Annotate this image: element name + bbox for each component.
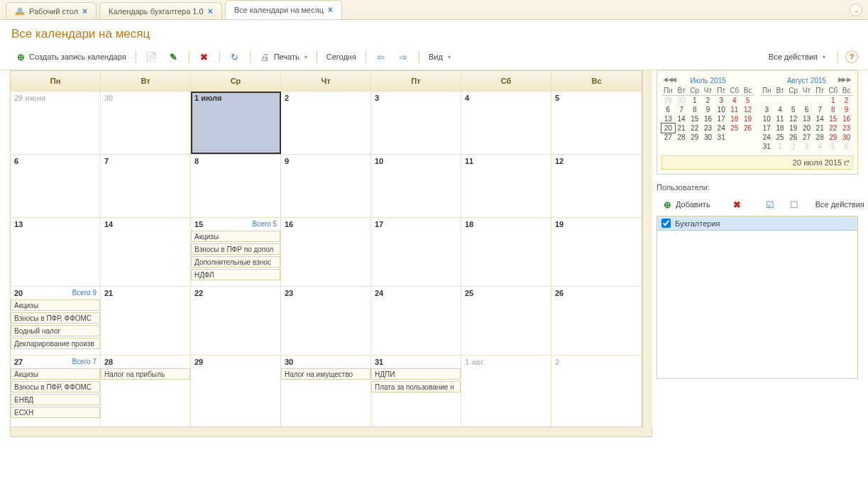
mini-day[interactable]: 7	[675, 105, 688, 114]
day-cell[interactable]: 22	[191, 287, 281, 355]
mini-day[interactable]: 29	[661, 96, 675, 106]
day-cell[interactable]: 29	[191, 356, 281, 427]
calendar-event[interactable]: Акцизы	[11, 299, 100, 311]
day-cell[interactable]: 5	[551, 92, 642, 154]
day-cell[interactable]: 3	[371, 92, 461, 154]
mini-day[interactable]: 8	[827, 105, 840, 114]
mini-day[interactable]: 17	[760, 123, 774, 133]
mini-day[interactable]: 18	[728, 114, 742, 123]
mini-day[interactable]: 11	[774, 114, 787, 123]
calendar-event[interactable]: Акцизы	[11, 368, 100, 380]
day-total[interactable]: Всего 7	[72, 358, 97, 365]
check-all-button[interactable]: ☑	[759, 196, 781, 213]
mini-day[interactable]	[774, 96, 787, 106]
mini-day[interactable]: 5	[827, 142, 840, 151]
day-cell[interactable]: 2	[551, 356, 642, 427]
mini-day[interactable]: 1	[688, 96, 701, 106]
mini-day[interactable]: 15	[688, 114, 701, 123]
day-cell[interactable]: 28Налог на прибыль	[101, 356, 191, 427]
mini-day[interactable]: 17	[715, 114, 728, 123]
mini-day[interactable]: 20	[661, 123, 675, 133]
day-cell[interactable]: 16	[281, 218, 371, 286]
calendar-event[interactable]: Налог на имущество	[281, 368, 370, 380]
day-cell[interactable]: 25	[461, 287, 551, 355]
mini-day[interactable]: 25	[774, 133, 787, 142]
mini-day[interactable]: 19	[786, 123, 800, 133]
calendar-event[interactable]: ЕСХН	[11, 407, 100, 418]
refresh-button[interactable]: ↻	[224, 48, 246, 65]
mini-calendar-july[interactable]: Июль 2015◀◀◀ПнВтСрЧтПтСбВс29301234567891…	[661, 75, 754, 151]
mini-day[interactable]: 30	[675, 96, 688, 106]
all-actions-button[interactable]: Все действия	[764, 50, 830, 64]
day-cell[interactable]: 15Всего 5АкцизыВзносы в ПФР по дополДопо…	[191, 218, 281, 286]
day-cell[interactable]: 29 июня	[11, 92, 101, 154]
mini-day[interactable]: 5	[741, 96, 754, 106]
prev-button[interactable]: ⇦	[370, 48, 392, 65]
user-row[interactable]: Бухгалтерия	[657, 216, 857, 231]
mini-day[interactable]: 23	[840, 123, 853, 133]
day-cell[interactable]: 31НДПИПлата за пользование н	[371, 356, 461, 427]
day-cell[interactable]: 4	[461, 92, 551, 154]
vertical-scrollbar[interactable]	[642, 70, 652, 427]
mini-day[interactable]: 25	[728, 123, 742, 133]
calendar-event[interactable]: Водный налог	[11, 325, 100, 336]
day-cell[interactable]: 6	[11, 155, 101, 217]
day-cell[interactable]: 2	[281, 92, 371, 154]
tab-desktop[interactable]: Рабочий стол ×	[6, 2, 97, 19]
day-cell[interactable]: 23	[281, 287, 371, 355]
day-cell[interactable]: 30Налог на имущество	[281, 356, 371, 427]
mini-day[interactable]: 14	[813, 114, 827, 123]
user-checkbox[interactable]	[661, 219, 671, 228]
day-cell[interactable]: 17	[371, 218, 461, 286]
day-cell[interactable]: 12	[551, 155, 642, 217]
calendar-event[interactable]: НДПИ	[371, 368, 461, 380]
day-cell[interactable]: 20Всего 9АкцизыВзносы в ПФР, ФФОМСВодный…	[11, 287, 101, 355]
mini-day[interactable]: 15	[827, 114, 840, 123]
calendar-event[interactable]: Взносы в ПФР, ФФОМС	[11, 381, 100, 392]
selected-date-field[interactable]: 20 июля 2015 г.	[661, 155, 853, 170]
mini-day[interactable]: 30	[840, 133, 853, 142]
mini-day[interactable]: 13	[661, 114, 675, 123]
mini-next-icon[interactable]: ▶▶	[842, 76, 852, 83]
mini-day[interactable]: 21	[675, 123, 688, 133]
day-total[interactable]: Всего 5	[252, 220, 277, 228]
day-cell[interactable]: 14	[101, 218, 191, 286]
mini-day[interactable]: 22	[827, 123, 840, 133]
calendar-event[interactable]: Акцизы	[191, 231, 280, 242]
mini-day[interactable]: 2	[786, 142, 800, 151]
mini-day[interactable]: 4	[813, 142, 827, 151]
mini-day[interactable]: 13	[800, 114, 813, 123]
mini-day[interactable]: 22	[688, 123, 701, 133]
mini-day[interactable]: 12	[741, 105, 754, 114]
mini-day[interactable]: 10	[715, 105, 728, 114]
copy-button[interactable]: 📄	[141, 48, 162, 65]
mini-day[interactable]: 23	[701, 123, 715, 133]
mini-day[interactable]: 16	[840, 114, 853, 123]
remove-user-button[interactable]: ✖	[727, 196, 748, 213]
mini-day[interactable]: 24	[715, 123, 728, 133]
mini-day[interactable]: 26	[741, 123, 754, 133]
mini-day[interactable]: 4	[774, 105, 787, 114]
calendar-event[interactable]: Декларирование произв	[11, 338, 100, 349]
mini-calendar-august[interactable]: Август 2015▶▶▶ПнВтСрЧтПтСбВс123456789101…	[760, 75, 853, 151]
next-button[interactable]: ⇨	[393, 48, 414, 65]
uncheck-all-button[interactable]: ☐	[784, 196, 805, 213]
close-icon[interactable]: ×	[208, 6, 213, 16]
delete-button[interactable]: ✖	[194, 48, 215, 65]
mini-day[interactable]: 6	[840, 142, 853, 151]
calendar-event[interactable]: Дополнительные взнос	[191, 256, 280, 268]
mini-day[interactable]: 2	[701, 96, 715, 106]
mini-day[interactable]: 1	[774, 142, 787, 151]
mini-day[interactable]: 19	[741, 114, 754, 123]
mini-day[interactable]: 11	[728, 105, 742, 114]
tab-month-calendars[interactable]: Все календари на месяц ×	[225, 0, 342, 19]
help-button[interactable]: ?	[845, 50, 858, 63]
mini-next-icon[interactable]: ▶	[838, 76, 843, 83]
mini-day[interactable]: 9	[840, 105, 853, 114]
mini-day[interactable]: 31	[715, 133, 728, 142]
close-icon[interactable]: ×	[82, 6, 87, 16]
collapse-button[interactable]: ⌄	[850, 4, 862, 16]
mini-day[interactable]: 27	[661, 133, 675, 142]
mini-day[interactable]: 30	[701, 133, 715, 142]
day-cell[interactable]: 8	[191, 155, 281, 217]
